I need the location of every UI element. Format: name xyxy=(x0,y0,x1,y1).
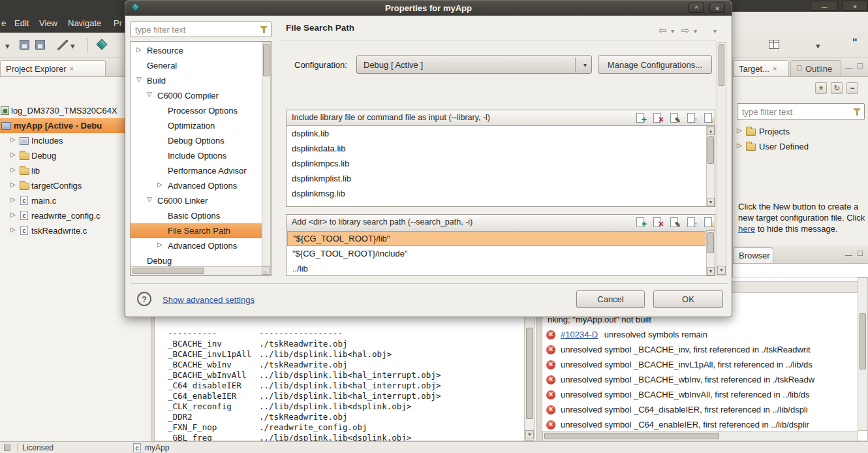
problem-row[interactable]: unresolved symbol _BCACHE_inv, first ref… xyxy=(542,343,849,357)
perspective-menu-icon[interactable] xyxy=(816,42,820,50)
problem-row[interactable]: unresolved symbol _C64_disableIER, first… xyxy=(542,403,849,417)
edit-icon[interactable] xyxy=(669,112,681,124)
dialog-tree-optimization[interactable]: Optimization xyxy=(131,118,271,133)
help-icon[interactable] xyxy=(137,292,151,306)
problem-row[interactable]: unresolved symbol _BCACHE_invL1pAll, fir… xyxy=(542,358,849,372)
minimize-view-icon[interactable] xyxy=(845,251,852,258)
expand-icon[interactable] xyxy=(10,211,16,218)
add-icon[interactable] xyxy=(635,217,647,228)
dropdown-arrow-icon[interactable] xyxy=(583,62,587,69)
dialog-tree-compiler-advanced-options[interactable]: Advanced Options xyxy=(131,178,271,193)
list-scroll-down-button[interactable] xyxy=(707,267,715,275)
expand-icon[interactable] xyxy=(10,226,16,233)
expand-icon[interactable] xyxy=(10,196,16,203)
dialog-tree-processor-options[interactable]: Processor Options xyxy=(131,103,271,118)
back-menu-icon[interactable] xyxy=(671,28,674,35)
page-scroll-down-button[interactable] xyxy=(717,266,726,275)
problems-hscrollbar[interactable] xyxy=(542,431,858,441)
expand-icon[interactable] xyxy=(136,46,142,53)
move-up-icon[interactable] xyxy=(686,112,698,124)
expand-icon[interactable] xyxy=(10,166,16,173)
cancel-button[interactable]: Cancel xyxy=(576,290,645,308)
dialog-close-button[interactable] xyxy=(709,3,725,13)
target-filter-input[interactable] xyxy=(737,103,865,120)
problem-row-summary[interactable]: #10234-D unresolved symbols remain xyxy=(542,328,849,342)
debug-icon[interactable] xyxy=(97,39,108,50)
show-advanced-settings-link[interactable]: Show advanced settings xyxy=(163,295,255,305)
refresh-icon[interactable]: ↻ xyxy=(831,82,843,94)
forward-icon[interactable] xyxy=(681,25,690,35)
window-close-button[interactable] xyxy=(842,1,868,11)
build-menu-icon[interactable] xyxy=(70,42,75,50)
list-scroll-up-button[interactable] xyxy=(707,127,715,135)
move-down-icon[interactable] xyxy=(703,217,715,228)
expand-icon[interactable] xyxy=(10,151,16,158)
delete-icon[interactable] xyxy=(652,112,664,124)
expand-icon[interactable] xyxy=(737,127,742,134)
build-settings-icon[interactable] xyxy=(57,40,68,50)
maximize-view-icon[interactable] xyxy=(857,63,863,70)
dialog-tree-debug-options[interactable]: Debug Options xyxy=(131,133,271,148)
dialog-filter-input[interactable] xyxy=(130,22,271,37)
dialog-tree-build[interactable]: Build xyxy=(131,73,271,88)
back-icon[interactable] xyxy=(659,25,667,35)
perspective-icon[interactable] xyxy=(769,40,779,49)
include-list-vscrollbar[interactable] xyxy=(706,126,715,207)
dialog-tree-file-search-path[interactable]: File Search Path xyxy=(131,223,271,238)
dialog-tree-c6000-linker[interactable]: C6000 Linker xyxy=(131,193,271,208)
view-menu-icon[interactable] xyxy=(713,28,717,35)
maximize-view-icon[interactable] xyxy=(857,250,863,257)
menu-item-navigate[interactable]: Navigate xyxy=(68,18,101,28)
search-list-vscrollbar[interactable] xyxy=(706,230,715,276)
tree-scroll-right-button[interactable] xyxy=(262,268,270,275)
menu-item-project-partial[interactable]: Pr xyxy=(114,18,122,28)
forward-menu-icon[interactable] xyxy=(694,28,697,35)
expand-icon[interactable] xyxy=(10,136,16,143)
dialog-tree-c6000-compiler[interactable]: C6000 Compiler xyxy=(131,88,271,103)
error-code-link[interactable]: #10234-D xyxy=(561,330,598,339)
problems-vscrollbar[interactable] xyxy=(858,277,868,431)
library-list-item[interactable]: dsplinkdata.lib xyxy=(287,141,706,156)
collapse-all-icon[interactable]: − xyxy=(846,82,858,94)
menu-item-view[interactable]: View xyxy=(39,18,57,28)
search-path-item-selected[interactable]: "${CG_TOOL_ROOT}/lib" xyxy=(287,231,705,246)
tab-project-explorer[interactable]: Project Explorer xyxy=(0,60,106,76)
search-path-item[interactable]: "${CG_TOOL_ROOT}/include" xyxy=(287,246,705,261)
dialog-titlebar[interactable]: Properties for myApp xyxy=(125,1,732,16)
dialog-tree-basic-options[interactable]: Basic Options xyxy=(131,208,271,223)
minimize-view-icon[interactable] xyxy=(845,64,852,71)
dialog-tree-linker-advanced-options[interactable]: Advanced Options xyxy=(131,238,271,253)
tree-hscroll-thumb[interactable] xyxy=(132,268,204,274)
dialog-tree-general[interactable]: General xyxy=(131,58,271,73)
expand-icon[interactable] xyxy=(157,242,163,248)
move-down-icon[interactable] xyxy=(703,112,715,124)
ok-button[interactable]: OK xyxy=(653,290,723,308)
page-vscrollbar[interactable] xyxy=(717,42,726,276)
expand-icon[interactable] xyxy=(157,181,163,188)
dialog-tree-vscrollbar[interactable] xyxy=(262,42,271,266)
tab-target-configurations[interactable]: Target... xyxy=(733,60,789,76)
problems-hscroll-thumb[interactable] xyxy=(544,433,719,439)
menu-item-edit[interactable]: Edit xyxy=(14,18,29,28)
problem-row[interactable]: unresolved symbol _BCACHE_wbInv, first r… xyxy=(542,373,849,387)
manage-configurations-button[interactable]: Manage Configurations... xyxy=(598,55,712,74)
tab-browser[interactable]: Browser xyxy=(733,247,773,263)
collapse-icon[interactable] xyxy=(136,76,142,83)
add-icon[interactable] xyxy=(635,112,647,124)
collapse-icon[interactable] xyxy=(147,196,152,203)
search-path-item[interactable]: ../lib xyxy=(287,261,705,276)
delete-icon[interactable] xyxy=(652,217,664,228)
edit-icon[interactable] xyxy=(669,217,681,228)
target-item-projects[interactable]: Projects xyxy=(733,124,868,139)
include-vscroll-thumb[interactable] xyxy=(707,136,714,164)
search-vscroll-thumb[interactable] xyxy=(707,232,714,253)
dialog-tree-resource[interactable]: Resource xyxy=(131,43,271,58)
collapse-icon[interactable] xyxy=(147,91,152,98)
new-target-config-icon[interactable]: + xyxy=(815,82,827,94)
menu-item-file-partial[interactable]: e xyxy=(1,18,6,28)
dialog-tree-include-options[interactable]: Include Options xyxy=(131,148,271,163)
move-up-icon[interactable] xyxy=(686,217,698,228)
hide-message-link[interactable]: here xyxy=(738,224,755,234)
problem-row[interactable]: unresolved symbol _C64_enableIER, first … xyxy=(542,418,849,432)
save-icon[interactable] xyxy=(20,40,29,50)
